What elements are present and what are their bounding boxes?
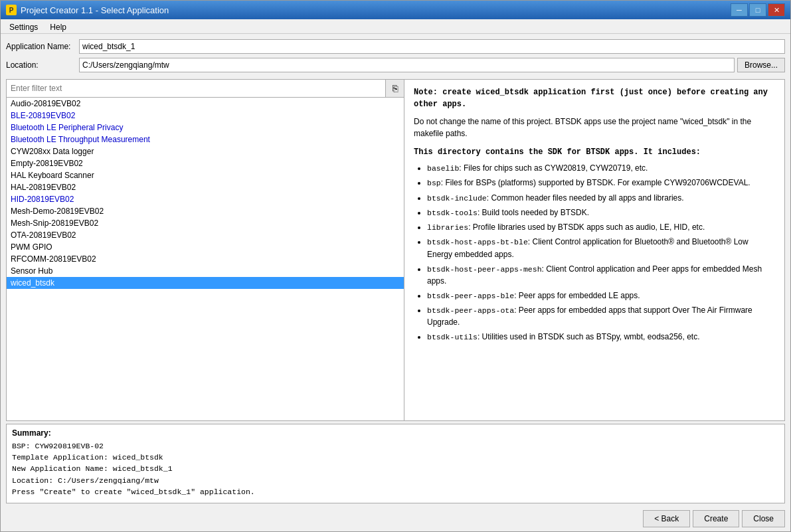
list-item[interactable]: Bluetooth LE Throughput Measurement <box>7 133 404 145</box>
menu-bar: Settings Help <box>1 19 790 34</box>
sdk-list-item: btsdk-peer-apps-ble: Peer apps for embed… <box>427 290 775 302</box>
app-name-label: Application Name: <box>6 42 79 51</box>
list-item[interactable]: RFCOMM-20819EVB02 <box>7 253 404 265</box>
location-input[interactable] <box>79 58 735 72</box>
bottom-bar: < Back Create Close <box>1 506 790 531</box>
left-panel: ⎘ Audio-20819EVB02BLE-20819EVB02Bluetoot… <box>6 79 404 421</box>
list-item[interactable]: Sensor Hub <box>7 265 404 277</box>
form-area: Application Name: Location: Browse... <box>1 34 790 79</box>
list-item[interactable]: CYW208xx Data logger <box>7 145 404 157</box>
menu-help[interactable]: Help <box>44 21 72 32</box>
list-item[interactable]: BLE-20819EVB02 <box>7 110 404 122</box>
app-list: Audio-20819EVB02BLE-20819EVB02Bluetooth … <box>7 98 404 420</box>
sdk-list-item: baselib: Files for chips such as CYW2081… <box>427 162 775 174</box>
main-area: ⎘ Audio-20819EVB02BLE-20819EVB02Bluetoot… <box>1 79 790 421</box>
filter-clear-button[interactable]: ⎘ <box>385 80 404 97</box>
summary-title: Summary: <box>12 428 779 438</box>
list-item[interactable]: Bluetooth LE Peripheral Privacy <box>7 122 404 133</box>
app-name-row: Application Name: <box>6 39 785 54</box>
title-bar-left: P Project Creator 1.1 - Select Applicati… <box>6 5 169 15</box>
list-item[interactable]: wiced_btsdk <box>7 277 404 289</box>
sdk-list-item: btsdk-host-apps-bt-ble: Client Control a… <box>427 236 775 260</box>
sdk-header: This directory contains the SDK for BTSD… <box>414 146 775 158</box>
close-button[interactable]: Close <box>742 510 785 527</box>
summary-content: BSP: CYW920819EVB-02Template Application… <box>12 440 779 503</box>
list-item[interactable]: Empty-20819EVB02 <box>7 157 404 169</box>
maximize-button[interactable]: □ <box>749 3 766 17</box>
back-button[interactable]: < Back <box>643 510 690 527</box>
create-button[interactable]: Create <box>693 510 739 527</box>
note-body: Do not change the name of this project. … <box>414 116 775 139</box>
list-item[interactable]: OTA-20819EVB02 <box>7 229 404 241</box>
sdk-list-item: btsdk-include: Common header files neede… <box>427 192 775 204</box>
sdk-list-item: btsdk-utils: Utilities used in BTSDK suc… <box>427 331 775 343</box>
list-item[interactable]: HAL Keyboard Scanner <box>7 169 404 181</box>
summary-line: BSP: CYW920819EVB-02 <box>12 440 779 452</box>
filter-input[interactable] <box>7 80 385 97</box>
window-title: Project Creator 1.1 - Select Application <box>21 5 169 15</box>
list-item[interactable]: HAL-20819EVB02 <box>7 181 404 193</box>
list-item[interactable]: PWM GPIO <box>7 241 404 253</box>
location-label: Location: <box>6 60 79 70</box>
sdk-list-item: btsdk-host-peer-apps-mesh: Client Contro… <box>427 263 775 287</box>
title-controls: ─ □ ✕ <box>731 3 785 17</box>
sdk-list-item: libraries: Profile libraries used by BTS… <box>427 221 775 233</box>
main-window: P Project Creator 1.1 - Select Applicati… <box>0 0 791 532</box>
note-header: Note: create wiced_btsdk application fir… <box>414 86 775 110</box>
menu-settings[interactable]: Settings <box>3 21 44 32</box>
title-bar: P Project Creator 1.1 - Select Applicati… <box>1 1 790 19</box>
sdk-list: baselib: Files for chips such as CYW2081… <box>427 162 775 343</box>
list-item[interactable]: Mesh-Demo-20819EVB02 <box>7 205 404 217</box>
sdk-list-item: bsp: Files for BSPs (platforms) supporte… <box>427 177 775 189</box>
summary-line: New Application Name: wiced_btsdk_1 <box>12 463 779 474</box>
location-row: Location: Browse... <box>6 58 785 72</box>
list-item[interactable]: Mesh-Snip-20819EVB02 <box>7 217 404 229</box>
summary-line: Template Application: wiced_btsdk <box>12 452 779 463</box>
minimize-button[interactable]: ─ <box>731 3 748 17</box>
browse-button[interactable]: Browse... <box>737 58 785 72</box>
sdk-list-item: btsdk-tools: Build tools needed by BTSDK… <box>427 207 775 219</box>
summary-line: Press "Create" to create "wiced_btsdk_1"… <box>12 486 779 497</box>
summary-line: Location: C:/Users/zengqiang/mtw <box>12 475 779 486</box>
right-panel: Note: create wiced_btsdk application fir… <box>404 79 785 421</box>
list-item[interactable]: HID-20819EVB02 <box>7 193 404 205</box>
filter-bar: ⎘ <box>7 80 404 98</box>
summary-area: Summary: BSP: CYW920819EVB-02Template Ap… <box>6 424 785 503</box>
app-name-input[interactable] <box>79 39 785 54</box>
list-item[interactable]: Audio-20819EVB02 <box>7 98 404 110</box>
app-icon: P <box>6 5 17 15</box>
close-window-button[interactable]: ✕ <box>768 3 785 17</box>
sdk-list-item: btsdk-peer-apps-ota: Peer apps for embed… <box>427 304 775 328</box>
